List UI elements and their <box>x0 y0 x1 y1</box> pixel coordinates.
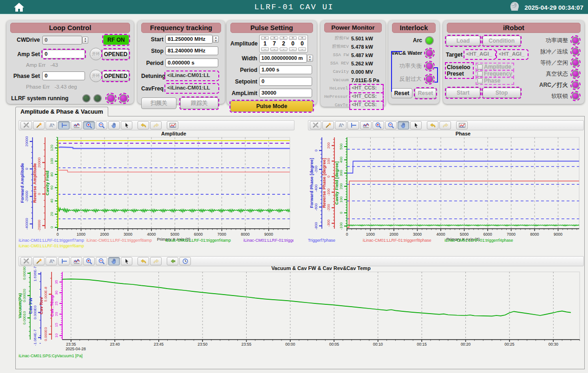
cwdrive-input[interactable]: 0 <box>42 36 82 45</box>
condition-button[interactable]: Condition <box>483 36 521 46</box>
digit-up-button[interactable]: + <box>298 36 306 40</box>
app-root: LLRF-01 CAV UI 2025-04-29 00:34:07 Loop … <box>0 0 588 373</box>
rf-on-button[interactable]: RF ON <box>103 35 129 45</box>
start-spinner[interactable]: ▲▼ <box>213 36 219 43</box>
start-label: Start <box>141 36 163 43</box>
toolbar-trace-button[interactable] <box>71 121 82 129</box>
svg-text:Cavity Field: Cavity Field <box>45 171 50 196</box>
toolbar-annotation-button[interactable]: A <box>46 257 57 265</box>
series-line <box>58 170 290 172</box>
pulse-period-input[interactable]: 1.000 s <box>259 65 312 74</box>
start-input[interactable]: 81.250000 MHz <box>165 35 213 44</box>
toolbar-axis-button[interactable] <box>58 257 70 265</box>
toolbar-axis-button[interactable] <box>347 121 359 129</box>
chart-plot[interactable]: Phase01000200030004000500060007000800090… <box>308 130 583 254</box>
amp-opened-button[interactable]: OPENED <box>102 49 129 59</box>
svg-text:-1.064E-7: -1.064E-7 <box>33 329 37 346</box>
svg-text:0.000E0: 0.000E0 <box>44 327 48 341</box>
toolbar-wand-button[interactable] <box>322 121 334 129</box>
reset-button[interactable]: Reset <box>391 88 412 98</box>
width-input[interactable]: 100.000000000 m <box>259 54 307 63</box>
toolbar-zoom-in-button[interactable] <box>83 257 95 265</box>
svg-text:-600: -600 <box>314 203 318 211</box>
power-imbalance-led <box>424 61 435 71</box>
toolbar-undo-button[interactable] <box>137 257 149 265</box>
digit-down-button[interactable]: - <box>280 47 287 51</box>
toolbar-config-button[interactable] <box>20 257 32 265</box>
stop-input[interactable]: 81.240000 MHz <box>165 46 218 55</box>
ai-head-icon[interactable] <box>509 0 521 14</box>
digit-up-button[interactable]: + <box>289 36 297 40</box>
cwdrive-spinner[interactable]: ▲▼ <box>82 37 88 44</box>
track-off-button[interactable]: 跟踪关 <box>180 97 218 109</box>
toolbar-clock-button[interactable] <box>179 257 191 265</box>
toolbar-wand-button[interactable] <box>33 121 45 129</box>
toolbar-zoom-in-button[interactable] <box>83 121 95 129</box>
amplimit-input[interactable]: 30000 <box>259 89 312 97</box>
load-button[interactable]: Load <box>446 36 480 46</box>
toolbar-pointer-button[interactable] <box>410 121 422 129</box>
amplitude-digit-spinner[interactable]: +1- +7- +2- +0- +0- <box>259 35 308 52</box>
toolbar-trace-button[interactable] <box>360 121 372 129</box>
digit-down-button[interactable]: - <box>298 47 306 51</box>
toolbar-undo-button[interactable] <box>427 121 438 129</box>
toolbar-snapshot-button[interactable] <box>167 121 178 129</box>
tab-amplitude-phase-vacuum[interactable]: Amplitude & Phase & Vacuum <box>15 107 108 116</box>
arc-led <box>425 36 434 45</box>
vacuum-chart[interactable]: AVacuum & Cav FW & Cav Rev&Cav Temp23:35… <box>19 256 584 368</box>
digit-down-button[interactable]: - <box>270 47 278 51</box>
width-spinner[interactable]: ▲▼ <box>307 55 313 62</box>
toolbar-snapshot-button[interactable] <box>456 121 468 129</box>
toolbar-trace-button[interactable] <box>71 257 82 265</box>
toolbar-wand-button[interactable] <box>33 257 45 265</box>
toolbar-annotation-button[interactable]: A <box>335 121 346 129</box>
status-label: ARC／打火 <box>539 81 568 89</box>
toolbar-pan-button[interactable] <box>108 121 120 129</box>
toolbar-axis-button[interactable] <box>58 121 70 129</box>
period-input[interactable]: 0.000000 s <box>165 58 218 67</box>
toolbar-redo-button[interactable] <box>150 257 162 265</box>
svg-text:200: 200 <box>327 142 331 149</box>
phase-open-loop-button[interactable]: 开环 <box>90 70 102 82</box>
toolbar-zoom-in-button[interactable] <box>372 121 384 129</box>
toolbar-annotation-button[interactable]: A <box>46 121 57 129</box>
chart-plot[interactable]: Amplitude0100020003000400050006000700080… <box>19 130 294 254</box>
sweep-off-button[interactable]: 扫频关 <box>141 97 176 109</box>
digit-up-button[interactable]: + <box>280 36 287 40</box>
toolbar-config-button[interactable] <box>310 121 321 129</box>
digit-up-button[interactable]: + <box>261 36 269 40</box>
toolbar-pan-button[interactable] <box>108 257 120 265</box>
digit-down-button[interactable]: - <box>261 47 269 51</box>
closeloop-amplitude-checkbox[interactable]: Amplitude <box>477 64 513 70</box>
toolbar-zoom-out-button[interactable] <box>385 121 397 129</box>
stop-button[interactable]: Stop <box>483 88 521 98</box>
toolbar-back-button[interactable] <box>167 257 178 265</box>
power-adjust-led <box>570 35 581 45</box>
start-button[interactable]: Start <box>446 88 480 98</box>
detuning-value: <iLinac-CM01:LL <box>165 71 218 80</box>
reset-remote-button[interactable]: Reset <box>415 88 436 98</box>
pulse-mode-button[interactable]: Pulse Mode <box>230 101 313 112</box>
amplitude-chart[interactable]: AAmplitude010002000300040005000600070008… <box>19 120 294 255</box>
toolbar-pointer-button[interactable] <box>121 121 132 129</box>
toolbar-pointer-button[interactable] <box>121 257 132 265</box>
closeloop-phase-checkbox[interactable]: Phase <box>477 77 513 84</box>
toolbar-redo-button[interactable] <box>150 121 162 129</box>
phase-opened-button[interactable]: OPENED <box>102 71 129 81</box>
target-value-2: <HT_AGI_ <box>497 50 528 59</box>
setpoint-input[interactable]: 0 <box>259 77 312 86</box>
phase-chart[interactable]: APhase0100020003000400050006000700080009… <box>308 120 584 255</box>
chart-plot[interactable]: Vacuum & Cav FW & Cav Rev&Cav Temp23:352… <box>19 266 582 367</box>
toolbar-pan-button[interactable] <box>398 121 409 129</box>
digit-down-button[interactable]: - <box>289 47 297 51</box>
amp-open-loop-button[interactable]: 开环 <box>90 48 102 60</box>
closeloop-frequency-checkbox[interactable]: Frequency <box>477 71 513 77</box>
toolbar-zoom-out-button[interactable] <box>96 257 107 265</box>
toolbar-undo-button[interactable] <box>137 121 149 129</box>
digit-up-button[interactable]: + <box>270 36 278 40</box>
toolbar-zoom-out-button[interactable] <box>96 121 107 129</box>
toolbar-redo-button[interactable] <box>439 121 451 129</box>
amp-set-input[interactable]: 0 <box>42 50 85 58</box>
toolbar-config-button[interactable] <box>20 121 32 129</box>
phase-set-input[interactable]: 0 <box>42 71 85 80</box>
